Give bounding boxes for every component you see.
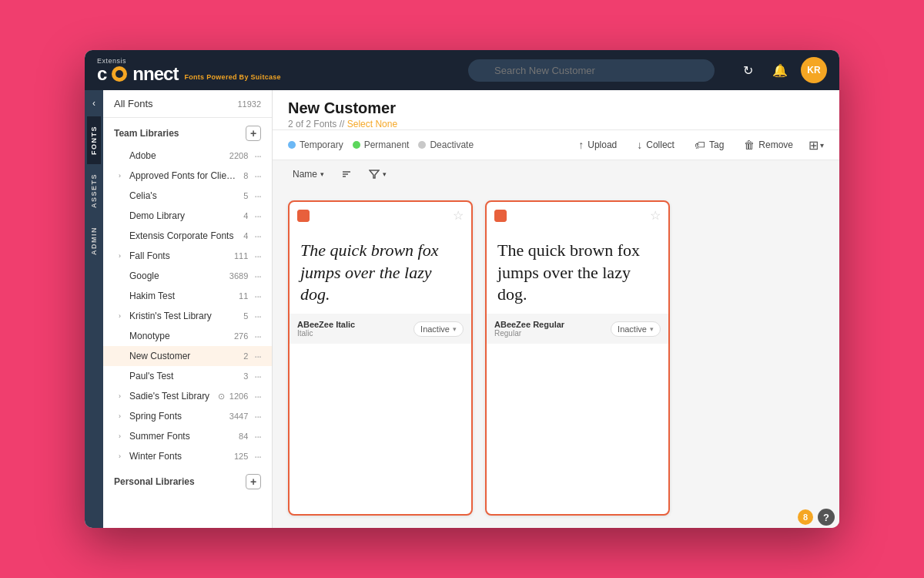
sidebar-item-name: Paul's Test [129,371,240,381]
select-none-link[interactable]: Select None [347,119,397,129]
name-filter-chevron-icon: ▾ [320,170,324,178]
tag-button[interactable]: 🏷 Tag [690,136,728,153]
sidebar-item-sadies-library[interactable]: › Sadie's Test Library ⊙ 1206 ··· [103,386,272,406]
sidebar-item-name: Summer Fonts [129,431,236,442]
more-icon[interactable]: ··· [254,170,261,182]
temporary-status-badge: Temporary [288,139,343,150]
sidebar-item-approved-fonts[interactable]: › Approved Fonts for Client 2 8 ··· [103,166,272,186]
more-icon[interactable]: ··· [254,150,261,162]
team-libraries-add-button[interactable]: + [246,126,261,141]
sidebar-item-pauls-test[interactable]: Paul's Test 3 ··· [103,366,272,386]
rail-tab-fonts[interactable]: FONTS [87,116,101,164]
team-libraries-header: Team Libraries + [103,118,272,146]
font-card-abeezee-italic: ☆ The quick brown fox jumps over the laz… [288,200,473,516]
more-icon[interactable]: ··· [254,250,261,262]
more-icon[interactable]: ··· [254,190,261,202]
tag-label: Tag [709,139,724,150]
search-input[interactable] [468,59,715,82]
notifications-button[interactable]: 🔔 [768,59,792,82]
sidebar-item-monotype[interactable]: Monotype 276 ··· [103,326,272,346]
refresh-button[interactable]: ↻ [736,59,759,82]
card-preview-text-2: The quick brown fox jumps over the lazy … [497,240,658,306]
sidebar-item-count: 1206 [229,391,248,401]
sidebar-item-kristins-library[interactable]: › Kristin's Test Library 5 ··· [103,306,272,326]
more-icon[interactable]: ··· [254,270,261,282]
card-status-chevron-2: ▾ [650,325,654,333]
sidebar-item-spring-fonts[interactable]: › Spring Fonts 3447 ··· [103,406,272,426]
card-footer-1: ABeeZee Italic Italic Inactive ▾ [290,314,471,344]
filter-bar: Name ▾ ▾ [273,160,839,188]
view-toggle-button[interactable]: ⊞ ▾ [808,138,824,153]
rail-tab-assets[interactable]: ASSETS [87,164,101,217]
sidebar-item-count: 3 [243,371,248,381]
card-checkbox-2[interactable] [494,210,507,222]
logo-connect: c nnect Fonts Powered By Suitcase [97,65,281,83]
sidebar-all-fonts-label: All Fonts [114,98,153,109]
sidebar-item-celias[interactable]: Celia's 5 ··· [103,186,272,206]
upload-button[interactable]: ↑ Upload [574,136,621,153]
help-area: 8 ? [798,509,835,526]
header-icons: ↻ 🔔 KR [736,57,827,83]
sidebar-item-count: 4 [243,231,248,240]
rail: ‹ FONTS ASSETS ADMIN [85,90,103,528]
search-wrapper: ⌕ [468,59,715,82]
card-status-button-1[interactable]: Inactive ▾ [413,321,464,337]
card-checkbox-1[interactable] [297,210,310,222]
remove-label: Remove [758,139,793,150]
sidebar-item-count: 125 [234,452,248,461]
sidebar-item-demo-library[interactable]: Demo Library 4 ··· [103,206,272,226]
trash-icon: 🗑 [744,139,755,151]
permanent-status-badge: Permanent [353,139,410,150]
sidebar-all-fonts-count: 11932 [237,99,261,109]
page-subtitle: 2 of 2 Fonts // Select None [288,119,824,129]
more-icon[interactable]: ··· [254,290,261,302]
personal-libraries-add-button[interactable]: + [246,474,261,489]
sidebar-item-count: 11 [239,291,248,301]
sidebar-item-count: 3689 [229,271,248,281]
collect-button[interactable]: ↓ Collect [632,136,679,153]
sidebar-item-winter-fonts[interactable]: › Winter Fonts 125 ··· [103,446,272,466]
logo-c: c [97,65,106,83]
more-icon[interactable]: ··· [254,330,261,342]
filter-button[interactable]: ▾ [364,166,391,182]
sidebar-item-name: Kristin's Test Library [129,311,240,321]
sidebar-all-fonts-item[interactable]: All Fonts 11932 [103,90,272,118]
sidebar-item-name: Approved Fonts for Client 2 [129,170,240,181]
chevron-icon: › [119,412,126,420]
sidebar-item-name: Extensis Corporate Fonts [129,230,240,241]
rail-tab-admin[interactable]: ADMIN [87,217,101,264]
rail-collapse-button[interactable]: ‹ [89,93,99,113]
sidebar-item-extensis-corporate[interactable]: Extensis Corporate Fonts 4 ··· [103,226,272,246]
more-icon[interactable]: ··· [254,310,261,322]
avatar[interactable]: KR [801,57,827,83]
sidebar-item-name: Hakim Test [129,291,236,301]
more-icon[interactable]: ··· [254,370,261,382]
more-icon[interactable]: ··· [254,230,261,242]
sidebar-item-adobe[interactable]: Adobe 2208 ··· [103,146,272,166]
more-icon[interactable]: ··· [254,410,261,422]
remove-button[interactable]: 🗑 Remove [739,136,798,153]
sidebar-item-fall-fonts[interactable]: › Fall Fonts 111 ··· [103,246,272,266]
more-icon[interactable]: ··· [254,430,261,442]
sidebar-item-google[interactable]: Google 3689 ··· [103,266,272,286]
sidebar-item-count: 8 [243,171,248,180]
sidebar-item-summer-fonts[interactable]: › Summer Fonts 84 ··· [103,426,272,446]
name-sort-button[interactable]: Name ▾ [288,166,329,182]
card-status-button-2[interactable]: Inactive ▾ [611,321,661,337]
more-icon[interactable]: ··· [254,390,261,402]
more-icon[interactable]: ··· [254,350,261,362]
sidebar-item-count: 5 [243,311,248,321]
help-button[interactable]: ? [818,509,835,526]
card-star-2[interactable]: ☆ [650,208,661,223]
sidebar-item-hakim-test[interactable]: Hakim Test 11 ··· [103,286,272,306]
font-count-text: 2 of 2 Fonts // [288,119,344,129]
more-icon[interactable]: ··· [254,210,261,222]
sidebar-item-count: 2 [243,351,248,361]
card-star-1[interactable]: ☆ [453,208,464,223]
sidebar-item-new-customer[interactable]: New Customer 2 ··· [103,346,272,366]
sort-button[interactable] [336,166,357,182]
card-status-label-1: Inactive [420,324,450,334]
toolbar-right: ↑ Upload ↓ Collect 🏷 Tag 🗑 Remove [574,136,824,153]
more-icon[interactable]: ··· [254,450,261,462]
personal-libraries-label: Personal Libraries [114,476,195,487]
